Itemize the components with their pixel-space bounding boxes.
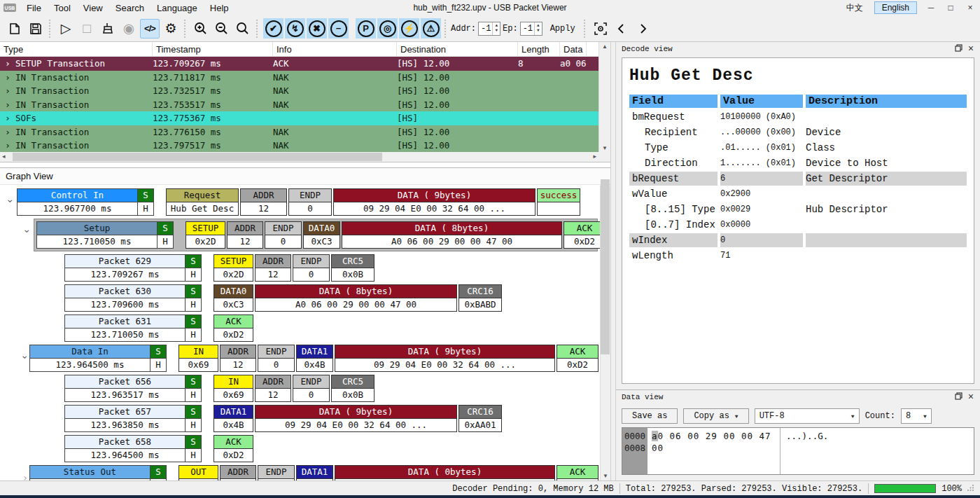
menu-language[interactable]: Language xyxy=(150,1,204,15)
transaction-box[interactable]: Packet 631S123.710050 msHACK0xD2 xyxy=(64,314,255,342)
encoding-select[interactable]: UTF-8▼ xyxy=(755,408,860,424)
zoom-out-button[interactable] xyxy=(212,19,232,39)
count-select[interactable]: 8▼ xyxy=(901,408,932,424)
table-row[interactable]: ›IN Transaction123.732517 msNAK[HS] 12.0… xyxy=(0,84,610,98)
expander-icon[interactable]: › xyxy=(21,345,29,363)
table-horizontal-scrollbar[interactable]: ◂ ▸ xyxy=(0,152,610,162)
hex-dump[interactable]: 00000008 a0 06 00 29 00 00 47 00 ...)..G… xyxy=(622,427,974,475)
graph-scrollbar-thumb[interactable] xyxy=(601,179,610,354)
hex-byte[interactable]: 47 xyxy=(760,431,771,441)
table-row[interactable]: ›IN Transaction123.776150 msNAK[HS] 12.0… xyxy=(0,125,610,139)
copy-as-button[interactable]: Copy as▼ xyxy=(683,408,748,424)
new-file-button[interactable] xyxy=(5,19,24,39)
close-button[interactable]: × xyxy=(960,1,980,14)
transaction-box[interactable]: Packet 658S123.964500 msHACK0xD2 xyxy=(64,435,255,462)
column-header-length[interactable]: Length xyxy=(518,42,560,56)
column-header-info[interactable]: Info xyxy=(273,42,397,56)
expander-icon[interactable]: › xyxy=(21,465,29,480)
inspect-button[interactable] xyxy=(591,19,610,39)
table-row[interactable]: ›IN Transaction123.753517 msNAK[HS] 12.0… xyxy=(0,98,610,112)
lang-english-button[interactable]: English xyxy=(874,1,917,14)
vertical-splitter[interactable] xyxy=(610,42,616,480)
filter-error-button[interactable]: ✖ xyxy=(307,18,327,39)
decode-row[interactable]: wLength71 xyxy=(629,248,967,263)
hex-byte[interactable]: 00 xyxy=(741,431,753,441)
decode-row[interactable]: wIndex0 xyxy=(629,233,967,248)
filter-nak-button[interactable]: ↯ xyxy=(285,18,305,39)
close-panel-icon[interactable]: × xyxy=(965,392,977,403)
row-expander-icon[interactable]: › xyxy=(0,127,15,137)
hex-byte[interactable]: 29 xyxy=(706,431,718,441)
row-expander-icon[interactable]: › xyxy=(0,140,15,151)
search-button[interactable] xyxy=(233,19,253,39)
hex-bytes-column[interactable]: a0 06 00 29 00 00 47 00 xyxy=(648,428,780,474)
filter-sof-button[interactable]: ◎ xyxy=(377,18,398,39)
save-button[interactable] xyxy=(26,19,46,39)
spinner-arrows-icon[interactable]: ▲▼ xyxy=(492,22,500,35)
decode-row[interactable]: [0..7] Index0x0000 xyxy=(629,217,967,233)
hex-byte[interactable]: 00 xyxy=(723,431,735,441)
expander-icon[interactable]: › xyxy=(21,219,34,237)
column-header-destination[interactable]: Destination xyxy=(397,42,518,56)
apply-button[interactable]: Apply xyxy=(545,22,581,35)
decode-row[interactable]: bmRequest10100000 (0xA0) xyxy=(629,109,967,125)
column-header-timestamp[interactable]: Timestamp xyxy=(153,42,273,56)
maximize-button[interactable]: □ xyxy=(941,1,960,14)
row-expander-icon[interactable]: › xyxy=(0,72,15,83)
table-vertical-scrollbar[interactable]: ▲▼ xyxy=(598,42,610,153)
hex-byte[interactable]: a0 xyxy=(652,431,664,441)
transaction-box[interactable]: Packet 629S123.709267 msHSETUP0x2DADDR12… xyxy=(64,254,376,282)
code-view-button[interactable]: </> xyxy=(140,19,160,39)
row-expander-icon[interactable]: › xyxy=(0,85,15,96)
resize-grip[interactable] xyxy=(967,484,974,494)
nav-forward-button[interactable] xyxy=(633,19,652,39)
decode-row[interactable]: wValue0x2900 xyxy=(629,186,967,202)
settings-button[interactable]: ⚙ xyxy=(161,19,181,39)
row-expander-icon[interactable]: › xyxy=(0,99,15,110)
column-header-data[interactable]: Data xyxy=(560,42,587,56)
hex-byte[interactable]: 00 xyxy=(687,431,699,441)
lang-chinese-button[interactable]: 中文 xyxy=(839,1,870,15)
menu-help[interactable]: Help xyxy=(204,1,235,15)
table-row[interactable]: ›IN Transaction123.711817 msNAK[HS] 12.0… xyxy=(0,71,610,85)
table-row[interactable]: ›SETUP Transaction123.709267 msACK[HS] 1… xyxy=(0,57,610,71)
menu-view[interactable]: View xyxy=(77,1,109,15)
clear-button[interactable] xyxy=(98,19,118,39)
decode-row[interactable]: Type.01..... (0x01)Class xyxy=(629,140,967,155)
transaction-box[interactable]: Status OutS123.967700 msHOUT0xE1ADDR12EN… xyxy=(29,465,600,480)
hex-byte[interactable]: 00 xyxy=(652,443,664,453)
transaction-box[interactable]: Packet 657S123.963850 msHDATA10x4BDATA (… xyxy=(64,405,503,432)
zoom-in-button[interactable] xyxy=(191,19,211,39)
minimize-button[interactable]: ─ xyxy=(921,1,941,14)
filter-ping-button[interactable]: P xyxy=(356,18,376,39)
close-panel-icon[interactable]: × xyxy=(965,43,977,55)
filter-ack-button[interactable]: ✔ xyxy=(263,18,284,39)
transaction-box[interactable]: SetupS123.710050 msHSETUP0x2DADDR12ENDP0… xyxy=(34,219,598,251)
save-as-button[interactable]: Save as xyxy=(622,408,678,424)
filter-split-button[interactable]: ⚡ xyxy=(399,18,419,39)
addr-spinner[interactable]: -1 ▲▼ xyxy=(478,22,500,36)
row-expander-icon[interactable]: › xyxy=(0,58,15,69)
hex-byte[interactable]: 06 xyxy=(670,431,682,441)
decode-row[interactable]: [8..15] Type0x0029Hub Descriptor xyxy=(629,202,967,217)
spinner-arrows-icon[interactable]: ▲▼ xyxy=(534,22,542,35)
filter-warning-button[interactable]: ⚠ xyxy=(421,18,441,39)
decode-row[interactable]: bRequest6Get Descriptor xyxy=(629,171,967,186)
float-panel-icon[interactable] xyxy=(952,392,965,402)
menu-file[interactable]: File xyxy=(20,1,48,15)
column-header-type[interactable]: Type xyxy=(0,42,153,56)
transaction-box[interactable]: Packet 656S123.963517 msHIN0x69ADDR12END… xyxy=(64,375,376,402)
nav-back-button[interactable] xyxy=(612,19,631,39)
float-panel-icon[interactable] xyxy=(952,44,965,54)
run-button[interactable]: ▷ xyxy=(56,19,76,39)
transaction-box[interactable]: Data InS123.964500 msHIN0x69ADDR12ENDP0D… xyxy=(29,345,600,372)
decode-row[interactable]: Direction1....... (0x01)Device to Host xyxy=(629,155,967,171)
decode-row[interactable]: Recipient...00000 (0x00)Device xyxy=(629,125,967,140)
transaction-box[interactable]: Control InS123.967700 msHRequestHub Get … xyxy=(17,188,582,216)
table-row[interactable]: ›SOFs123.775367 ms[HS] xyxy=(0,111,610,125)
expander-icon[interactable]: › xyxy=(4,188,17,207)
menu-search[interactable]: Search xyxy=(109,1,150,15)
filter-nyet-button[interactable]: − xyxy=(328,18,349,39)
menu-tool[interactable]: Tool xyxy=(48,1,77,15)
table-row[interactable]: ›IN Transaction123.797517 msNAK[HS] 12.0… xyxy=(0,139,610,153)
